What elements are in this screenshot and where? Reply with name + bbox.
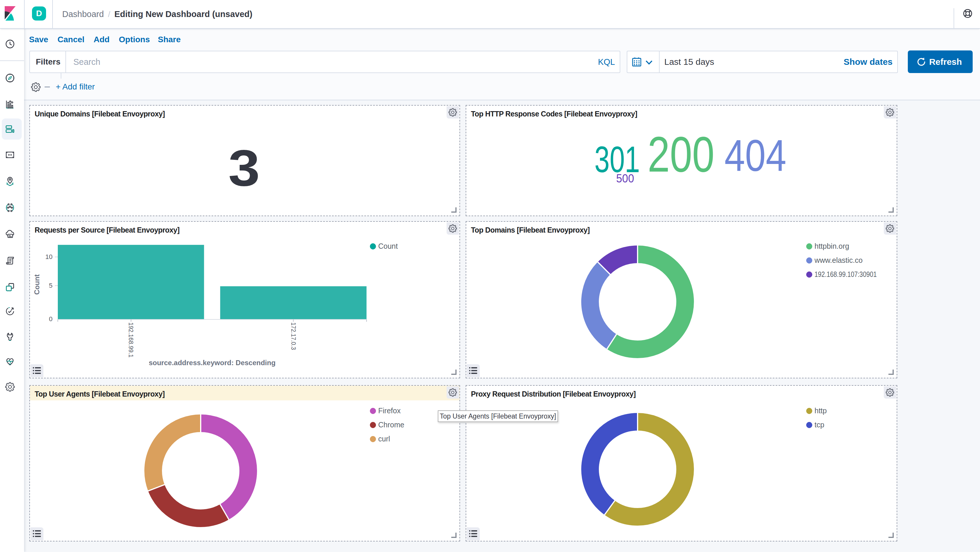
- svg-text:httpbin.org: httpbin.org: [815, 242, 849, 250]
- svg-text:200: 200: [648, 127, 714, 182]
- svg-text:3: 3: [228, 139, 260, 197]
- svg-text:172.17.0.3: 172.17.0.3: [290, 322, 297, 350]
- svg-text:Count: Count: [33, 274, 41, 295]
- svg-text:Count: Count: [378, 242, 398, 250]
- svg-text:10: 10: [46, 253, 52, 260]
- svg-text:500: 500: [616, 171, 634, 185]
- svg-text:Firefox: Firefox: [378, 406, 401, 415]
- svg-text:5: 5: [49, 282, 52, 289]
- svg-text:Chrome: Chrome: [378, 420, 404, 429]
- svg-text:http: http: [815, 406, 827, 415]
- svg-text:curl: curl: [378, 435, 390, 443]
- svg-text:0: 0: [49, 315, 52, 323]
- svg-text:192.168.99.1: 192.168.99.1: [127, 322, 135, 357]
- svg-text:tcp: tcp: [815, 420, 824, 429]
- svg-text:www.elastic.co: www.elastic.co: [814, 256, 862, 264]
- svg-text:404: 404: [724, 130, 786, 180]
- svg-text:192.168.99.107:30901: 192.168.99.107:30901: [815, 270, 877, 278]
- svg-text:source.address.keyword: Descen: source.address.keyword: Descending: [149, 359, 275, 366]
